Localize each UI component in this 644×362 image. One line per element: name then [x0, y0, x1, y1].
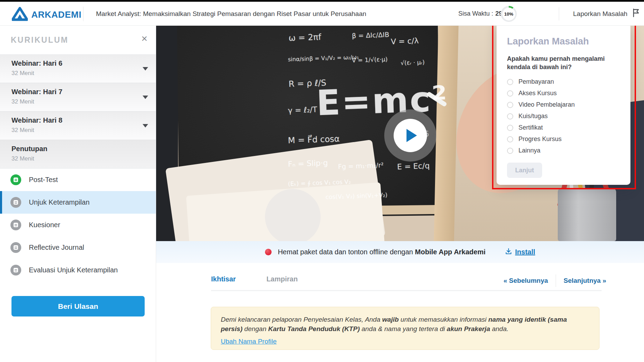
- radio-button[interactable]: [507, 113, 513, 120]
- change-name-link[interactable]: Ubah Nama Profile: [221, 338, 277, 345]
- banner-text-regular: Hemat paket data dan tonton offline deng…: [278, 248, 413, 256]
- radio-button[interactable]: [507, 136, 513, 142]
- notice-segment: anda.: [490, 325, 508, 332]
- report-problem-popup: Laporkan Masalah Apakah kamu pernah meng…: [497, 23, 630, 185]
- report-problem-button[interactable]: Laporkan Masalah: [573, 2, 640, 26]
- report-option-kuis-tugas[interactable]: Kuis/tugas: [507, 110, 620, 122]
- report-option-label: Akses Kursus: [518, 90, 557, 97]
- chalk-formula: E=mc²: [316, 78, 449, 123]
- radio-button[interactable]: [507, 90, 513, 97]
- report-option-label: Pembayaran: [518, 78, 554, 85]
- banner-text: Hemat paket data dan tonton offline deng…: [278, 248, 485, 256]
- radio-button[interactable]: [507, 148, 513, 154]
- chalk-formula: M = F⃗d cosα: [288, 134, 340, 145]
- course-title: Market Analyst: Memaksimalkan Strategi P…: [96, 2, 366, 26]
- lesson-label: Unjuk Keterampilan: [29, 198, 90, 206]
- give-review-button[interactable]: Beri Ulasan: [11, 296, 145, 316]
- section-title: Webinar: Hari 8: [11, 116, 156, 124]
- chalk-formula: V = c/λ: [391, 36, 419, 46]
- curriculum-sidebar: KURIKULUM × Webinar: Hari 632 MenitWebin…: [0, 26, 156, 362]
- radio-button[interactable]: [507, 102, 513, 108]
- radio-button[interactable]: [507, 79, 513, 85]
- section-duration: 32 Menit: [11, 98, 156, 105]
- lesson-label: Reflective Journal: [29, 244, 84, 252]
- quiz-glyph: [14, 223, 18, 227]
- sidebar-header: KURIKULUM ×: [0, 26, 156, 55]
- mobile-app-banner: Hemat paket data dan tonton offline deng…: [156, 241, 644, 263]
- header: ARKADEMI Market Analyst: Memaksimalkan S…: [0, 2, 644, 26]
- brand-logo[interactable]: ARKADEMI: [12, 7, 81, 23]
- chevron-down-icon: [143, 96, 148, 99]
- sidebar-lesson-item[interactable]: Post-Test: [0, 168, 156, 191]
- report-option-sertifikat[interactable]: Sertifikat: [507, 122, 620, 133]
- progress-percent: 10%: [502, 8, 515, 20]
- notice-text: Demi kelancaran pelaporan Penyelesaian K…: [221, 315, 589, 334]
- notice-segment: akun Prakerja: [447, 325, 490, 332]
- notice-segment: anda & nama yang tertera di: [360, 325, 446, 332]
- chalk-formula: √(εᵣ · μᵣ): [401, 59, 425, 66]
- tab-ikhtisar[interactable]: Ikhtisar: [211, 275, 236, 283]
- sidebar-section-item[interactable]: Webinar: Hari 632 Menit: [0, 55, 156, 83]
- continue-button[interactable]: Lanjut: [507, 163, 542, 178]
- section-duration: 32 Menit: [11, 70, 156, 77]
- window-top-edge: [0, 0, 644, 2]
- ktp-notice-box: Demi kelancaran pelaporan Penyelesaian K…: [211, 307, 599, 350]
- report-option-akses-kursus[interactable]: Akses Kursus: [507, 88, 620, 99]
- quiz-glyph: [14, 268, 18, 272]
- notice-segment: wajib: [382, 316, 399, 323]
- header-divider-2: [559, 7, 559, 20]
- report-option-label: Sertifikat: [518, 124, 543, 131]
- pencil-cup: [558, 188, 616, 241]
- report-option-lainnya[interactable]: Lainnya: [507, 145, 620, 156]
- sidebar-lesson-item[interactable]: Kuesioner: [0, 214, 156, 236]
- lesson-label: Post-Test: [29, 176, 58, 184]
- notice-segment: untuk memasukkan informasi: [399, 316, 489, 323]
- sidebar-lesson-item[interactable]: Unjuk Keterampilan: [0, 191, 156, 214]
- glass-object: [265, 189, 321, 241]
- quiz-glyph: [14, 178, 18, 182]
- sidebar-section-item[interactable]: Webinar: Hari 732 Menit: [0, 83, 156, 112]
- chalk-formula: γ = ℓ₂/T: [288, 105, 317, 115]
- chalk-formula: ω = 2πf: [289, 32, 322, 43]
- section-title: Webinar: Hari 6: [11, 59, 156, 67]
- sidebar-lesson-item[interactable]: Evaluasi Unjuk Keterampilan: [0, 259, 156, 281]
- flag-icon: [632, 8, 640, 19]
- install-link[interactable]: Install: [505, 248, 535, 257]
- lesson-done-icon: [10, 174, 21, 185]
- content-tabs: Ikhtisar Lampiran: [211, 275, 298, 283]
- popup-title: Laporkan Masalah: [507, 36, 620, 47]
- radio-button[interactable]: [507, 125, 513, 131]
- previous-button[interactable]: « Sebelumnya: [504, 277, 548, 285]
- report-option-video-pembelajaran[interactable]: Video Pembelajaran: [507, 99, 620, 110]
- next-button[interactable]: Selanjutnya »: [564, 277, 606, 285]
- arkademi-triangle-icon: [12, 7, 28, 23]
- lesson-label: Evaluasi Unjuk Keterampilan: [29, 266, 118, 274]
- sidebar-lesson-item[interactable]: Reflective Journal: [0, 236, 156, 259]
- play-icon: [406, 129, 417, 142]
- notice-segment: Kartu Tanda Penduduk (KTP): [268, 325, 360, 332]
- report-option-label: Lainnya: [518, 147, 540, 154]
- lesson-list: Post-TestUnjuk KeterampilanKuesionerRefl…: [0, 168, 156, 281]
- section-list: Webinar: Hari 632 MenitWebinar: Hari 732…: [0, 55, 156, 168]
- section-title: Webinar: Hari 7: [11, 88, 156, 96]
- red-dot-icon: [265, 249, 272, 255]
- page: ARKADEMI Market Analyst: Memaksimalkan S…: [0, 0, 644, 362]
- section-duration: 32 Menit: [11, 155, 156, 162]
- lesson-quiz-icon: [10, 220, 21, 230]
- report-option-pembayaran[interactable]: Pembayaran: [507, 76, 620, 88]
- section-duration: 32 Menit: [11, 127, 156, 134]
- close-icon[interactable]: ×: [141, 33, 147, 44]
- tab-lampiran[interactable]: Lampiran: [266, 275, 298, 283]
- sidebar-section-item[interactable]: Webinar: Hari 832 Menit: [0, 112, 156, 140]
- notice-segment: dengan: [242, 325, 268, 332]
- tabs-divider: [211, 290, 602, 291]
- header-divider: [83, 7, 83, 21]
- lesson-quiz-icon: [10, 197, 21, 208]
- play-button[interactable]: [384, 109, 436, 162]
- sidebar-title: KURIKULUM: [11, 35, 69, 45]
- banner-text-bold: Mobile App Arkademi: [415, 248, 485, 256]
- download-icon: [505, 248, 512, 257]
- report-option-progres-kursus[interactable]: Progres Kursus: [507, 133, 620, 145]
- chevron-down-icon: [143, 124, 148, 127]
- sidebar-section-item[interactable]: Penutupan32 Menit: [0, 140, 156, 168]
